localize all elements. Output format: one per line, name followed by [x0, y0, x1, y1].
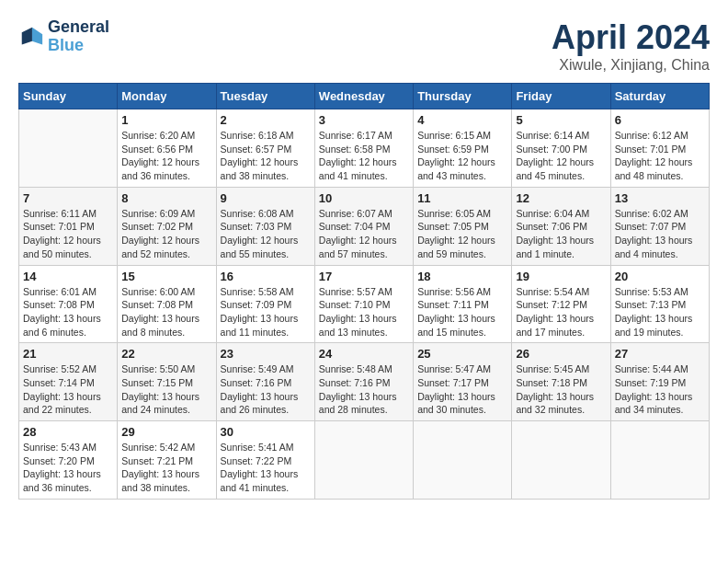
- day-cell: 12Sunrise: 6:04 AM Sunset: 7:06 PM Dayli…: [512, 187, 610, 265]
- day-info: Sunrise: 5:52 AM Sunset: 7:14 PM Dayligh…: [23, 362, 113, 417]
- header-col-friday: Friday: [512, 84, 610, 109]
- day-info: Sunrise: 6:07 AM Sunset: 7:04 PM Dayligh…: [319, 207, 409, 261]
- day-number: 5: [516, 113, 606, 127]
- day-number: 3: [319, 113, 409, 127]
- day-info: Sunrise: 6:00 AM Sunset: 7:08 PM Dayligh…: [121, 285, 211, 339]
- header-col-saturday: Saturday: [610, 84, 709, 109]
- day-cell: 4Sunrise: 6:15 AM Sunset: 6:59 PM Daylig…: [414, 109, 512, 188]
- day-cell: 10Sunrise: 6:07 AM Sunset: 7:04 PM Dayli…: [314, 187, 413, 265]
- day-number: 27: [615, 347, 705, 361]
- day-info: Sunrise: 6:14 AM Sunset: 7:00 PM Dayligh…: [516, 129, 606, 183]
- day-number: 29: [121, 425, 211, 439]
- week-row-4: 21Sunrise: 5:52 AM Sunset: 7:14 PM Dayli…: [19, 343, 710, 421]
- day-cell: 13Sunrise: 6:02 AM Sunset: 7:07 PM Dayli…: [610, 187, 709, 265]
- day-info: Sunrise: 6:09 AM Sunset: 7:02 PM Dayligh…: [121, 207, 211, 261]
- day-cell: 23Sunrise: 5:49 AM Sunset: 7:16 PM Dayli…: [216, 343, 314, 421]
- header-col-monday: Monday: [118, 84, 216, 109]
- day-info: Sunrise: 5:45 AM Sunset: 7:18 PM Dayligh…: [516, 362, 606, 417]
- day-info: Sunrise: 6:05 AM Sunset: 7:05 PM Dayligh…: [417, 207, 507, 261]
- week-row-1: 1Sunrise: 6:20 AM Sunset: 6:56 PM Daylig…: [19, 109, 710, 188]
- day-info: Sunrise: 5:54 AM Sunset: 7:12 PM Dayligh…: [516, 285, 606, 339]
- day-cell: 19Sunrise: 5:54 AM Sunset: 7:12 PM Dayli…: [512, 265, 610, 343]
- header-row: SundayMondayTuesdayWednesdayThursdayFrid…: [19, 84, 710, 109]
- week-row-2: 7Sunrise: 6:11 AM Sunset: 7:01 PM Daylig…: [19, 187, 710, 265]
- day-number: 2: [221, 113, 311, 127]
- day-cell: [19, 109, 118, 188]
- calendar-table: SundayMondayTuesdayWednesdayThursdayFrid…: [18, 83, 710, 500]
- header-col-tuesday: Tuesday: [216, 84, 314, 109]
- day-info: Sunrise: 6:17 AM Sunset: 6:58 PM Dayligh…: [319, 129, 409, 183]
- day-number: 8: [121, 191, 211, 205]
- day-info: Sunrise: 5:48 AM Sunset: 7:16 PM Dayligh…: [319, 362, 409, 417]
- title-block: April 2024 Xiwule, Xinjiang, China: [552, 18, 710, 74]
- day-info: Sunrise: 6:02 AM Sunset: 7:07 PM Dayligh…: [615, 207, 705, 261]
- day-cell: 14Sunrise: 6:01 AM Sunset: 7:08 PM Dayli…: [19, 265, 118, 343]
- day-info: Sunrise: 5:42 AM Sunset: 7:21 PM Dayligh…: [121, 441, 211, 495]
- day-info: Sunrise: 6:11 AM Sunset: 7:01 PM Dayligh…: [23, 207, 113, 261]
- day-cell: [414, 421, 512, 500]
- day-number: 11: [417, 191, 507, 205]
- day-cell: 8Sunrise: 6:09 AM Sunset: 7:02 PM Daylig…: [118, 187, 216, 265]
- day-number: 4: [417, 113, 507, 127]
- day-cell: 11Sunrise: 6:05 AM Sunset: 7:05 PM Dayli…: [414, 187, 512, 265]
- day-cell: 30Sunrise: 5:41 AM Sunset: 7:22 PM Dayli…: [216, 421, 314, 500]
- day-cell: 3Sunrise: 6:17 AM Sunset: 6:58 PM Daylig…: [314, 109, 413, 188]
- day-cell: 16Sunrise: 5:58 AM Sunset: 7:09 PM Dayli…: [216, 265, 314, 343]
- day-cell: 17Sunrise: 5:57 AM Sunset: 7:10 PM Dayli…: [314, 265, 413, 343]
- day-info: Sunrise: 5:41 AM Sunset: 7:22 PM Dayligh…: [221, 441, 311, 495]
- day-number: 15: [121, 270, 211, 283]
- day-number: 7: [23, 191, 113, 205]
- day-cell: [314, 421, 413, 500]
- day-cell: 9Sunrise: 6:08 AM Sunset: 7:03 PM Daylig…: [216, 187, 314, 265]
- day-info: Sunrise: 6:18 AM Sunset: 6:57 PM Dayligh…: [221, 129, 311, 183]
- day-number: 13: [615, 191, 705, 205]
- day-number: 24: [319, 347, 409, 361]
- day-info: Sunrise: 5:50 AM Sunset: 7:15 PM Dayligh…: [121, 362, 211, 417]
- day-cell: 29Sunrise: 5:42 AM Sunset: 7:21 PM Dayli…: [118, 421, 216, 500]
- day-info: Sunrise: 6:12 AM Sunset: 7:01 PM Dayligh…: [615, 129, 705, 183]
- month-title: April 2024: [552, 18, 710, 57]
- day-cell: 28Sunrise: 5:43 AM Sunset: 7:20 PM Dayli…: [19, 421, 118, 500]
- calendar-header: SundayMondayTuesdayWednesdayThursdayFrid…: [19, 84, 710, 109]
- day-cell: 6Sunrise: 6:12 AM Sunset: 7:01 PM Daylig…: [610, 109, 709, 188]
- day-info: Sunrise: 5:57 AM Sunset: 7:10 PM Dayligh…: [319, 285, 409, 339]
- day-cell: 1Sunrise: 6:20 AM Sunset: 6:56 PM Daylig…: [118, 109, 216, 188]
- day-number: 6: [615, 113, 705, 127]
- day-number: 26: [516, 347, 606, 361]
- day-cell: [512, 421, 610, 500]
- day-number: 17: [319, 270, 409, 283]
- day-info: Sunrise: 5:44 AM Sunset: 7:19 PM Dayligh…: [615, 362, 705, 417]
- day-cell: 18Sunrise: 5:56 AM Sunset: 7:11 PM Dayli…: [414, 265, 512, 343]
- day-number: 20: [615, 270, 705, 283]
- week-row-5: 28Sunrise: 5:43 AM Sunset: 7:20 PM Dayli…: [19, 421, 710, 500]
- day-number: 22: [121, 347, 211, 361]
- day-number: 23: [221, 347, 311, 361]
- day-cell: 25Sunrise: 5:47 AM Sunset: 7:17 PM Dayli…: [414, 343, 512, 421]
- day-number: 21: [23, 347, 113, 361]
- day-info: Sunrise: 5:56 AM Sunset: 7:11 PM Dayligh…: [417, 285, 507, 339]
- day-number: 25: [417, 347, 507, 361]
- day-cell: 21Sunrise: 5:52 AM Sunset: 7:14 PM Dayli…: [19, 343, 118, 421]
- day-number: 14: [23, 270, 113, 283]
- day-cell: 20Sunrise: 5:53 AM Sunset: 7:13 PM Dayli…: [610, 265, 709, 343]
- svg-marker-0: [32, 28, 42, 45]
- day-cell: 2Sunrise: 6:18 AM Sunset: 6:57 PM Daylig…: [216, 109, 314, 188]
- day-info: Sunrise: 6:01 AM Sunset: 7:08 PM Dayligh…: [23, 285, 113, 339]
- week-row-3: 14Sunrise: 6:01 AM Sunset: 7:08 PM Dayli…: [19, 265, 710, 343]
- day-cell: 7Sunrise: 6:11 AM Sunset: 7:01 PM Daylig…: [19, 187, 118, 265]
- logo: General Blue: [18, 18, 109, 55]
- day-number: 16: [221, 270, 311, 283]
- day-number: 19: [516, 270, 606, 283]
- day-info: Sunrise: 5:58 AM Sunset: 7:09 PM Dayligh…: [221, 285, 311, 339]
- calendar-body: 1Sunrise: 6:20 AM Sunset: 6:56 PM Daylig…: [19, 109, 710, 500]
- header-col-thursday: Thursday: [414, 84, 512, 109]
- day-number: 10: [319, 191, 409, 205]
- day-info: Sunrise: 5:53 AM Sunset: 7:13 PM Dayligh…: [615, 285, 705, 339]
- day-info: Sunrise: 6:15 AM Sunset: 6:59 PM Dayligh…: [417, 129, 507, 183]
- day-info: Sunrise: 6:04 AM Sunset: 7:06 PM Dayligh…: [516, 207, 606, 261]
- day-info: Sunrise: 5:43 AM Sunset: 7:20 PM Dayligh…: [23, 441, 113, 495]
- day-info: Sunrise: 6:20 AM Sunset: 6:56 PM Dayligh…: [121, 129, 211, 183]
- header-col-sunday: Sunday: [19, 84, 118, 109]
- day-cell: 27Sunrise: 5:44 AM Sunset: 7:19 PM Dayli…: [610, 343, 709, 421]
- day-cell: 15Sunrise: 6:00 AM Sunset: 7:08 PM Dayli…: [118, 265, 216, 343]
